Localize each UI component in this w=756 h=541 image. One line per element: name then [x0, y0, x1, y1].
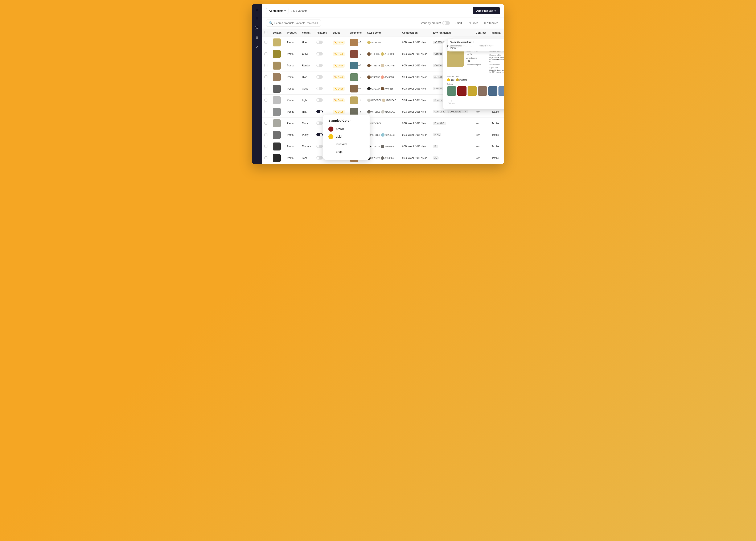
sampled-color-gold[interactable]: gold: [329, 133, 365, 140]
table-row: PentaHint✏️ Draft+5#6F6B65 #D0CEC6 90% W…: [262, 106, 504, 118]
sampled-color-taupe[interactable]: taupe: [329, 148, 365, 156]
featured-toggle[interactable]: [317, 41, 323, 44]
row-checkbox[interactable]: [265, 41, 268, 44]
search-box[interactable]: 🔍: [266, 20, 321, 26]
sidebar-icon-sliders[interactable]: ⊟: [254, 34, 260, 40]
composition-cell: 90% Wool, 10% Nylon: [399, 118, 430, 129]
row-checkbox[interactable]: [265, 133, 268, 136]
material-cell: Textile: [489, 141, 504, 152]
row-checkbox[interactable]: [265, 52, 268, 55]
featured-toggle[interactable]: [317, 98, 323, 102]
environmental-cell: AB: [430, 152, 473, 164]
group-by-toggle[interactable]: [442, 21, 450, 25]
swatch-color: [273, 85, 281, 93]
stylib-color-cell: #272727 #6F6B65: [365, 152, 400, 164]
env-tag: Certified To The EU Ecolabel: [433, 87, 462, 90]
featured-toggle[interactable]: [317, 110, 323, 113]
swatch-cell: [270, 83, 285, 95]
attributes-button[interactable]: ≡ Attributes: [482, 20, 500, 26]
status-badge: ✏️ Draft: [333, 64, 345, 68]
row-checkbox-cell: [262, 95, 270, 106]
variant-name-cell: Hint: [300, 106, 314, 118]
featured-toggle[interactable]: [317, 133, 323, 136]
environmental-cell: AB 2998 CompliantCertified To: [430, 72, 473, 83]
swatch-color: [273, 154, 281, 162]
swatch-cell: [270, 48, 285, 60]
status-badge: ✏️ Draft: [333, 87, 345, 91]
sidebar-icon-export[interactable]: ↗: [254, 44, 260, 50]
contrast-value: low: [476, 64, 479, 67]
product-name-cell: Penta: [285, 60, 300, 72]
env-tag: AB: [433, 156, 438, 160]
contrast-value: low: [476, 41, 479, 44]
table-row: PentaHue✏️ Draft+5#D4BC66 90% Wool, 10% …: [262, 37, 504, 48]
row-checkbox[interactable]: [265, 76, 268, 78]
environmental-cell: Certified To The EU EcolabelAB: [430, 95, 473, 106]
col-composition: Composition: [399, 29, 430, 37]
filter-icon: ⊟: [468, 21, 471, 25]
row-checkbox-cell: [262, 37, 270, 48]
variant-name-cell: Diad: [300, 72, 314, 83]
product-filter-select[interactable]: All products ▾: [266, 8, 289, 14]
group-by-control: Group by product: [419, 21, 450, 25]
sidebar-icon-image[interactable]: 🖼: [254, 25, 260, 31]
featured-toggle[interactable]: [317, 52, 323, 56]
col-checkbox: [262, 29, 270, 37]
color-dot: [381, 156, 384, 160]
table-row: PentaGlow✏️ Draft+5#745335 #D4BC66 90% W…: [262, 48, 504, 60]
stylib-color-cell: #745335 #F49F88: [365, 72, 400, 83]
table-header-row: Swatch Product Variant Featured Status A…: [262, 29, 504, 37]
color-hex: #F49F88: [384, 76, 394, 78]
page-header: All products ▾ 1436 variants Add Product…: [262, 4, 504, 17]
color-dot: [381, 145, 384, 148]
featured-cell: [314, 37, 330, 48]
variant-name-cell: Hue: [300, 37, 314, 48]
swatch-color: [273, 50, 281, 58]
row-checkbox[interactable]: [265, 110, 268, 113]
color-dot: [381, 64, 384, 67]
environmental-cell: Pr: [430, 141, 473, 152]
sampled-color-mustard[interactable]: mustard: [329, 140, 365, 148]
featured-toggle[interactable]: [317, 87, 323, 90]
sampled-color-brown[interactable]: brown: [329, 125, 365, 133]
contrast-cell: low: [473, 37, 489, 48]
ambient-count: +5: [359, 99, 361, 101]
contrast-value: low: [476, 134, 479, 136]
row-checkbox[interactable]: [265, 122, 268, 125]
material-cell: Textile: [489, 118, 504, 129]
filter-label: All products: [269, 9, 283, 12]
material-cell: Textile: [489, 106, 504, 118]
row-checkbox-cell: [262, 141, 270, 152]
composition-cell: 90% Wool, 10% Nylon: [399, 95, 430, 106]
product-name-cell: Penta: [285, 141, 300, 152]
env-tag: Certified To Indoor Advantage™ Go: [433, 64, 469, 67]
row-checkbox[interactable]: [265, 87, 268, 90]
color-dot: [381, 110, 384, 114]
row-checkbox[interactable]: [265, 99, 268, 102]
featured-toggle[interactable]: [317, 145, 323, 148]
row-checkbox-cell: [262, 106, 270, 118]
env-tag: Prop 65 Co: [433, 122, 446, 125]
row-checkbox[interactable]: [265, 64, 268, 67]
variant-name-cell: Glow: [300, 48, 314, 60]
contrast-value: low: [476, 76, 479, 79]
contrast-value: low: [476, 157, 479, 160]
col-status: Status: [330, 29, 348, 37]
sidebar-icon-grid[interactable]: ⊞: [254, 7, 260, 13]
featured-toggle[interactable]: [317, 156, 323, 160]
filter-button[interactable]: ⊟ Filter: [467, 20, 479, 26]
swatch-cell: [270, 118, 285, 129]
add-product-button[interactable]: Add Product ＋: [473, 7, 500, 14]
row-checkbox[interactable]: [265, 145, 268, 148]
row-checkbox-cell: [262, 152, 270, 164]
featured-toggle[interactable]: [317, 75, 323, 79]
environmental-cell: PFAS: [430, 129, 473, 141]
featured-toggle[interactable]: [317, 122, 323, 125]
sidebar-icon-list[interactable]: ☰: [254, 16, 260, 22]
sort-button[interactable]: ↕ Sort: [453, 20, 463, 26]
material-cell: Textile: [489, 152, 504, 164]
search-input[interactable]: [274, 21, 318, 25]
featured-toggle[interactable]: [317, 64, 323, 67]
contrast-value: low: [476, 53, 479, 56]
row-checkbox[interactable]: [265, 156, 268, 159]
